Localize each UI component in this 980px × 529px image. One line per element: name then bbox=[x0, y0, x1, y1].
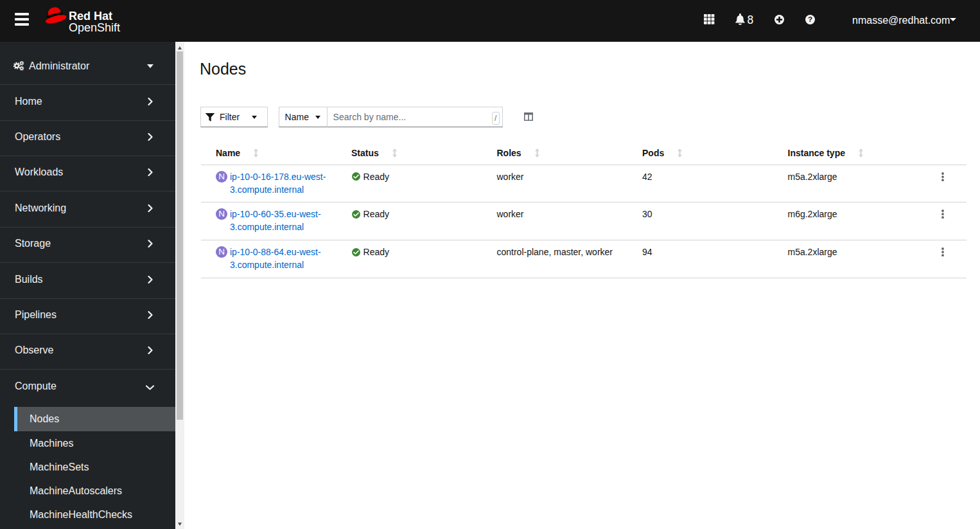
svg-text:?: ? bbox=[808, 15, 812, 23]
